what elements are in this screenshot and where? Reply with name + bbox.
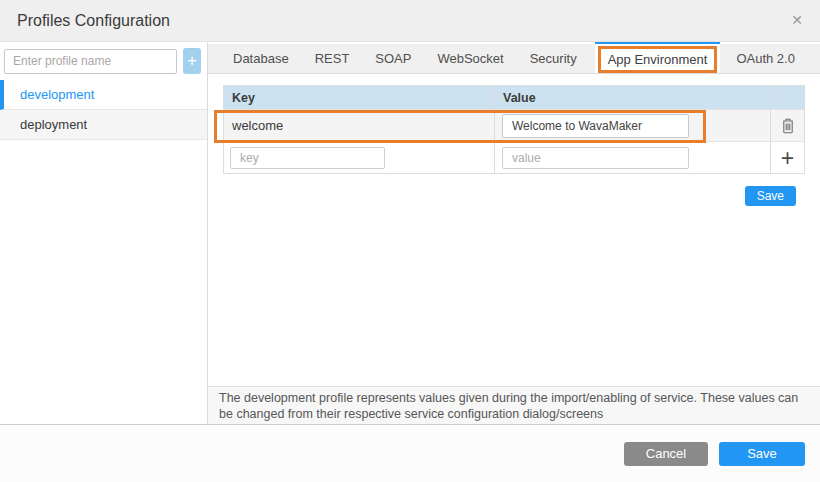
row-actions-cell	[771, 110, 804, 141]
key-value-table: Key Value welcome	[223, 85, 805, 174]
tab-app-environment-label: App Environment	[598, 46, 718, 73]
key-cell-text: welcome	[232, 118, 283, 133]
save-button[interactable]: Save	[719, 442, 805, 466]
profile-description: The development profile represents value…	[208, 386, 820, 424]
tab-soap[interactable]: SOAP	[362, 44, 424, 73]
profile-item-label: development	[20, 87, 94, 102]
table-save-row: Save	[223, 186, 805, 206]
trash-icon	[781, 122, 795, 137]
sidebar-item-development[interactable]: development	[0, 80, 207, 110]
key-cell: welcome	[224, 110, 495, 141]
new-key-input[interactable]	[230, 147, 385, 169]
profiles-configuration-dialog: Profiles Configuration ✕ + development d…	[0, 0, 820, 482]
value-input[interactable]	[502, 114, 689, 138]
sidebar-item-deployment[interactable]: deployment	[0, 110, 207, 140]
tab-security[interactable]: Security	[517, 44, 590, 73]
profile-name-input[interactable]	[4, 49, 177, 74]
table-row: welcome	[224, 109, 804, 141]
dialog-titlebar: Profiles Configuration ✕	[0, 0, 820, 42]
tab-content: Key Value welcome	[208, 74, 820, 206]
dialog-footer-bar: Cancel Save	[0, 424, 820, 482]
table-save-button[interactable]: Save	[745, 186, 796, 206]
tab-oauth[interactable]: OAuth 2.0	[723, 44, 808, 73]
delete-row-button[interactable]	[779, 116, 797, 136]
page-title: Profiles Configuration	[0, 0, 820, 41]
new-value-cell	[495, 142, 771, 173]
tab-rest[interactable]: REST	[302, 44, 363, 73]
cancel-button[interactable]: Cancel	[624, 442, 708, 466]
profiles-sidebar: + development deployment	[0, 42, 208, 424]
table-header-row: Key Value	[224, 86, 804, 109]
actions-column-header	[771, 86, 804, 109]
new-entry-row: +	[224, 141, 804, 173]
key-column-header: Key	[224, 86, 495, 109]
close-icon[interactable]: ✕	[785, 0, 809, 41]
add-profile-button[interactable]: +	[183, 48, 201, 74]
profile-add-row: +	[0, 42, 207, 80]
tab-app-environment[interactable]: App Environment	[595, 42, 721, 73]
value-cell	[495, 110, 771, 141]
new-value-input[interactable]	[502, 147, 689, 169]
tab-database[interactable]: Database	[220, 44, 302, 73]
profile-item-label: deployment	[20, 117, 87, 132]
new-row-actions-cell: +	[771, 142, 804, 173]
add-row-button[interactable]: +	[777, 149, 798, 167]
tab-websocket[interactable]: WebSocket	[424, 44, 516, 73]
value-column-header: Value	[495, 86, 771, 109]
main-panel: Database REST SOAP WebSocket Security Ap…	[208, 42, 820, 424]
tab-bar: Database REST SOAP WebSocket Security Ap…	[208, 44, 820, 74]
plus-icon: +	[781, 145, 794, 171]
new-key-cell	[224, 142, 495, 173]
